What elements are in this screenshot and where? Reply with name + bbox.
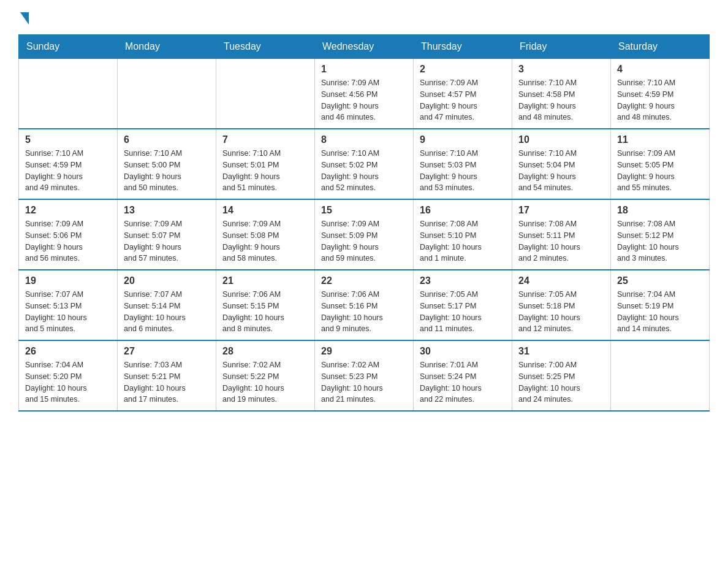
day-number: 15: [321, 205, 407, 216]
calendar-cell: 18Sunrise: 7:08 AM Sunset: 5:12 PM Dayli…: [611, 199, 710, 270]
day-info: Sunrise: 7:05 AM Sunset: 5:18 PM Dayligh…: [518, 289, 604, 335]
day-info: Sunrise: 7:06 AM Sunset: 5:15 PM Dayligh…: [222, 289, 308, 335]
day-info: Sunrise: 7:10 AM Sunset: 4:59 PM Dayligh…: [617, 77, 703, 123]
day-number: 16: [420, 205, 506, 216]
day-number: 1: [321, 64, 407, 75]
day-number: 2: [420, 64, 506, 75]
day-number: 20: [124, 275, 210, 286]
calendar-cell: 25Sunrise: 7:04 AM Sunset: 5:19 PM Dayli…: [611, 270, 710, 340]
day-info: Sunrise: 7:10 AM Sunset: 4:59 PM Dayligh…: [25, 148, 111, 194]
day-info: Sunrise: 7:09 AM Sunset: 5:08 PM Dayligh…: [222, 218, 308, 264]
day-number: 25: [617, 275, 703, 286]
calendar-cell: 24Sunrise: 7:05 AM Sunset: 5:18 PM Dayli…: [512, 270, 611, 340]
calendar-cell: 19Sunrise: 7:07 AM Sunset: 5:13 PM Dayli…: [19, 270, 118, 340]
calendar-cell: 4Sunrise: 7:10 AM Sunset: 4:59 PM Daylig…: [611, 59, 710, 129]
day-number: 10: [518, 134, 604, 145]
weekday-header-saturday: Saturday: [611, 35, 710, 59]
calendar-cell: [216, 59, 315, 129]
day-info: Sunrise: 7:09 AM Sunset: 5:05 PM Dayligh…: [617, 148, 703, 194]
day-info: Sunrise: 7:00 AM Sunset: 5:25 PM Dayligh…: [518, 359, 604, 405]
calendar-cell: 8Sunrise: 7:10 AM Sunset: 5:02 PM Daylig…: [315, 129, 414, 199]
weekday-header-tuesday: Tuesday: [216, 35, 315, 59]
calendar-cell: 14Sunrise: 7:09 AM Sunset: 5:08 PM Dayli…: [216, 199, 315, 270]
weekday-header-wednesday: Wednesday: [315, 35, 414, 59]
day-number: 3: [518, 64, 604, 75]
day-info: Sunrise: 7:08 AM Sunset: 5:12 PM Dayligh…: [617, 218, 703, 264]
weekday-header-row: SundayMondayTuesdayWednesdayThursdayFrid…: [19, 35, 710, 59]
day-info: Sunrise: 7:09 AM Sunset: 5:06 PM Dayligh…: [25, 218, 111, 264]
day-info: Sunrise: 7:08 AM Sunset: 5:11 PM Dayligh…: [518, 218, 604, 264]
day-number: 13: [124, 205, 210, 216]
weekday-header-sunday: Sunday: [19, 35, 118, 59]
calendar-cell: 17Sunrise: 7:08 AM Sunset: 5:11 PM Dayli…: [512, 199, 611, 270]
calendar-table: SundayMondayTuesdayWednesdayThursdayFrid…: [18, 34, 710, 412]
calendar-cell: 3Sunrise: 7:10 AM Sunset: 4:58 PM Daylig…: [512, 59, 611, 129]
day-info: Sunrise: 7:10 AM Sunset: 5:03 PM Dayligh…: [420, 148, 506, 194]
day-info: Sunrise: 7:01 AM Sunset: 5:24 PM Dayligh…: [420, 359, 506, 405]
calendar-week-row: 19Sunrise: 7:07 AM Sunset: 5:13 PM Dayli…: [19, 270, 710, 340]
day-info: Sunrise: 7:10 AM Sunset: 5:01 PM Dayligh…: [222, 148, 308, 194]
day-number: 7: [222, 134, 308, 145]
calendar-cell: 10Sunrise: 7:10 AM Sunset: 5:04 PM Dayli…: [512, 129, 611, 199]
calendar-cell: 9Sunrise: 7:10 AM Sunset: 5:03 PM Daylig…: [414, 129, 512, 199]
day-info: Sunrise: 7:09 AM Sunset: 5:07 PM Dayligh…: [124, 218, 210, 264]
day-number: 17: [518, 205, 604, 216]
calendar-cell: [611, 340, 710, 411]
calendar-cell: 29Sunrise: 7:02 AM Sunset: 5:23 PM Dayli…: [315, 340, 414, 411]
weekday-header-thursday: Thursday: [414, 35, 512, 59]
calendar-cell: 31Sunrise: 7:00 AM Sunset: 5:25 PM Dayli…: [512, 340, 611, 411]
day-info: Sunrise: 7:10 AM Sunset: 4:58 PM Dayligh…: [518, 77, 604, 123]
calendar-week-row: 5Sunrise: 7:10 AM Sunset: 4:59 PM Daylig…: [19, 129, 710, 199]
day-info: Sunrise: 7:07 AM Sunset: 5:13 PM Dayligh…: [25, 289, 111, 335]
logo-arrow-icon: [20, 12, 29, 25]
day-number: 19: [25, 275, 111, 286]
day-number: 12: [25, 205, 111, 216]
day-info: Sunrise: 7:02 AM Sunset: 5:22 PM Dayligh…: [222, 359, 308, 405]
weekday-header-monday: Monday: [118, 35, 216, 59]
day-number: 11: [617, 134, 703, 145]
day-number: 8: [321, 134, 407, 145]
day-info: Sunrise: 7:09 AM Sunset: 4:57 PM Dayligh…: [420, 77, 506, 123]
calendar-cell: 12Sunrise: 7:09 AM Sunset: 5:06 PM Dayli…: [19, 199, 118, 270]
calendar-cell: 28Sunrise: 7:02 AM Sunset: 5:22 PM Dayli…: [216, 340, 315, 411]
day-number: 28: [222, 346, 308, 357]
calendar-cell: 2Sunrise: 7:09 AM Sunset: 4:57 PM Daylig…: [414, 59, 512, 129]
calendar-cell: 22Sunrise: 7:06 AM Sunset: 5:16 PM Dayli…: [315, 270, 414, 340]
day-number: 21: [222, 275, 308, 286]
day-info: Sunrise: 7:06 AM Sunset: 5:16 PM Dayligh…: [321, 289, 407, 335]
day-number: 29: [321, 346, 407, 357]
day-info: Sunrise: 7:10 AM Sunset: 5:02 PM Dayligh…: [321, 148, 407, 194]
day-number: 22: [321, 275, 407, 286]
calendar-cell: 11Sunrise: 7:09 AM Sunset: 5:05 PM Dayli…: [611, 129, 710, 199]
calendar-cell: 5Sunrise: 7:10 AM Sunset: 4:59 PM Daylig…: [19, 129, 118, 199]
day-number: 5: [25, 134, 111, 145]
calendar-cell: 23Sunrise: 7:05 AM Sunset: 5:17 PM Dayli…: [414, 270, 512, 340]
day-info: Sunrise: 7:09 AM Sunset: 5:09 PM Dayligh…: [321, 218, 407, 264]
day-number: 24: [518, 275, 604, 286]
calendar-week-row: 26Sunrise: 7:04 AM Sunset: 5:20 PM Dayli…: [19, 340, 710, 411]
day-number: 26: [25, 346, 111, 357]
calendar-cell: 30Sunrise: 7:01 AM Sunset: 5:24 PM Dayli…: [414, 340, 512, 411]
day-number: 18: [617, 205, 703, 216]
calendar-week-row: 1Sunrise: 7:09 AM Sunset: 4:56 PM Daylig…: [19, 59, 710, 129]
day-info: Sunrise: 7:03 AM Sunset: 5:21 PM Dayligh…: [124, 359, 210, 405]
day-info: Sunrise: 7:04 AM Sunset: 5:20 PM Dayligh…: [25, 359, 111, 405]
calendar-cell: 1Sunrise: 7:09 AM Sunset: 4:56 PM Daylig…: [315, 59, 414, 129]
logo: [18, 12, 29, 22]
day-info: Sunrise: 7:10 AM Sunset: 5:04 PM Dayligh…: [518, 148, 604, 194]
calendar-cell: [19, 59, 118, 129]
calendar-cell: 27Sunrise: 7:03 AM Sunset: 5:21 PM Dayli…: [118, 340, 216, 411]
day-info: Sunrise: 7:07 AM Sunset: 5:14 PM Dayligh…: [124, 289, 210, 335]
calendar-cell: 16Sunrise: 7:08 AM Sunset: 5:10 PM Dayli…: [414, 199, 512, 270]
calendar-cell: 26Sunrise: 7:04 AM Sunset: 5:20 PM Dayli…: [19, 340, 118, 411]
calendar-cell: 20Sunrise: 7:07 AM Sunset: 5:14 PM Dayli…: [118, 270, 216, 340]
day-number: 4: [617, 64, 703, 75]
day-number: 6: [124, 134, 210, 145]
calendar-cell: [118, 59, 216, 129]
day-number: 31: [518, 346, 604, 357]
day-info: Sunrise: 7:08 AM Sunset: 5:10 PM Dayligh…: [420, 218, 506, 264]
day-info: Sunrise: 7:02 AM Sunset: 5:23 PM Dayligh…: [321, 359, 407, 405]
day-number: 9: [420, 134, 506, 145]
page-header: [18, 12, 710, 22]
calendar-cell: 7Sunrise: 7:10 AM Sunset: 5:01 PM Daylig…: [216, 129, 315, 199]
